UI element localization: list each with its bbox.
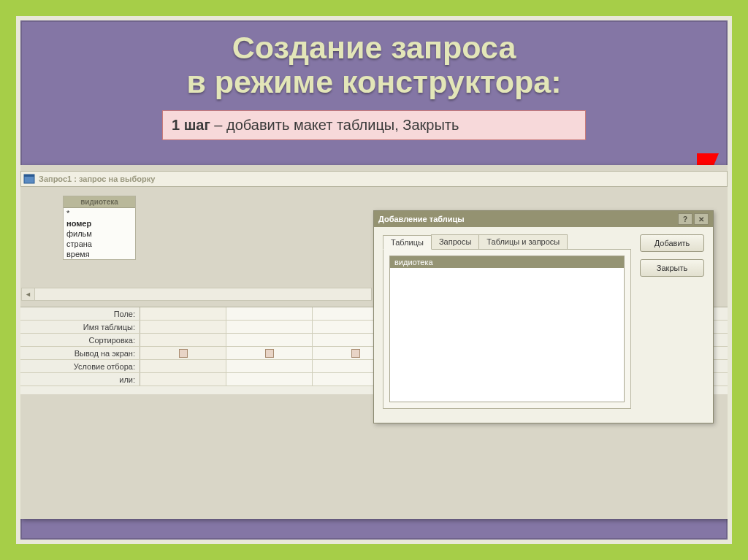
- dialog-tabs: Таблицы Запросы Таблицы и запросы: [383, 234, 631, 250]
- tab-queries[interactable]: Запросы: [431, 234, 479, 249]
- grid-cell[interactable]: [140, 360, 226, 372]
- grid-label-table: Имя таблицы:: [20, 321, 140, 333]
- field-item[interactable]: номер: [64, 218, 135, 229]
- show-checkbox[interactable]: [179, 349, 188, 358]
- query-window-titlebar: Запрос1 : запрос на выборку: [20, 171, 728, 187]
- tab-tables[interactable]: Таблицы: [383, 235, 432, 250]
- svg-rect-2: [24, 174, 34, 177]
- grid-cell[interactable]: [140, 373, 226, 386]
- grid-cell[interactable]: [140, 334, 226, 346]
- grid-cell[interactable]: [140, 321, 226, 333]
- table-field-list-panel: видиотека * номер фильм страна время: [63, 196, 136, 260]
- title-line-1: Создание запроса: [232, 30, 516, 65]
- field-item[interactable]: *: [64, 208, 135, 218]
- grid-cell[interactable]: [226, 307, 313, 320]
- grid-cell[interactable]: [226, 334, 313, 346]
- scroll-left-icon[interactable]: ◄: [22, 288, 35, 300]
- app-screenshot: Запрос1 : запрос на выборку видиотека * …: [20, 165, 728, 519]
- step-instruction: 1 шаг – добавить макет таблицы, Закрыть: [162, 110, 586, 140]
- grid-cell[interactable]: [226, 321, 313, 333]
- close-button[interactable]: Закрыть: [640, 259, 704, 277]
- grid-cell[interactable]: [226, 347, 313, 359]
- grid-cell[interactable]: [226, 373, 313, 386]
- show-checkbox[interactable]: [351, 349, 360, 358]
- list-item[interactable]: видиотека: [390, 256, 624, 268]
- grid-label-criteria: Условие отбора:: [20, 360, 140, 372]
- title-line-2: в режиме конструктора:: [186, 64, 561, 99]
- grid-cell[interactable]: [140, 307, 226, 320]
- field-item[interactable]: время: [64, 249, 135, 259]
- field-item[interactable]: фильм: [64, 229, 135, 239]
- show-checkbox[interactable]: [265, 349, 274, 358]
- tab-content: видиотека: [383, 250, 631, 409]
- add-button[interactable]: Добавить: [640, 234, 704, 252]
- tab-both[interactable]: Таблицы и запросы: [478, 234, 568, 249]
- add-table-dialog: Добавление таблицы ? ✕ Таблицы Запросы Т…: [373, 210, 714, 423]
- dialog-title-text: Добавление таблицы: [378, 215, 465, 223]
- grid-cell[interactable]: [226, 360, 313, 372]
- step-text: – добавить макет таблицы, Закрыть: [210, 117, 459, 133]
- grid-label-or: или:: [20, 373, 140, 386]
- table-field-list[interactable]: * номер фильм страна время: [64, 208, 135, 259]
- slide-title: Создание запроса в режиме конструктора:: [20, 31, 728, 100]
- grid-label-field: Поле:: [20, 307, 140, 320]
- dialog-help-button[interactable]: ?: [678, 213, 692, 225]
- grid-label-sort: Сортировка:: [20, 334, 140, 346]
- grid-cell[interactable]: [140, 347, 226, 359]
- tables-listbox[interactable]: видиотека: [389, 256, 625, 402]
- query-window-title: Запрос1 : запрос на выборку: [39, 174, 155, 183]
- dialog-close-x-button[interactable]: ✕: [694, 213, 709, 225]
- slide-outer-frame: Создание запроса в режиме конструктора: …: [0, 0, 748, 560]
- horizontal-scrollbar[interactable]: ◄: [21, 288, 372, 301]
- step-number: 1 шаг: [172, 117, 210, 133]
- grid-label-show: Вывод на экран:: [20, 347, 140, 359]
- query-window-icon: [23, 173, 36, 185]
- slide-inner-frame: Создание запроса в режиме конструктора: …: [16, 16, 732, 544]
- table-field-list-header: видиотека: [64, 196, 135, 208]
- field-item[interactable]: страна: [64, 239, 135, 249]
- dialog-titlebar[interactable]: Добавление таблицы ? ✕: [374, 211, 713, 227]
